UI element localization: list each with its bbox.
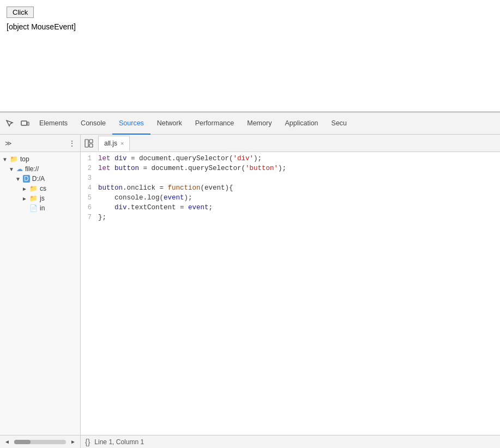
tab-console[interactable]: Console	[74, 113, 112, 135]
format-icon[interactable]: {}	[85, 438, 90, 446]
file-icon-in: 📄	[29, 204, 38, 212]
inspect-element-icon[interactable]	[2, 116, 17, 131]
code-line-5: 5 console.log(event);	[81, 193, 500, 203]
tab-application[interactable]: Application	[278, 113, 324, 135]
tree-label-file: file://	[25, 165, 39, 173]
tree-arrow: ▼	[2, 156, 10, 162]
devtools-main: ≫ ⋮ ▼ 📁 top ▼ ☁ file:// ▼	[0, 135, 500, 448]
tree-label-js: js	[40, 195, 45, 202]
sidebar-more-icon[interactable]: ⋮	[66, 137, 78, 149]
tree-item-top[interactable]: ▼ 📁 top	[0, 154, 80, 164]
devtools-topbar: Elements Console Sources Network Perform…	[0, 113, 500, 135]
mouse-event-output: [object MouseEvent]	[7, 22, 493, 31]
svg-rect-1	[27, 122, 29, 125]
svg-rect-0	[21, 121, 27, 125]
tree-label-cs: cs	[40, 185, 46, 192]
file-tree: ▼ 📁 top ▼ ☁ file:// ▼ D D:/A	[0, 152, 80, 435]
tab-elements[interactable]: Elements	[33, 113, 74, 135]
code-tabs: all.js ×	[81, 135, 500, 152]
tree-label-d: D:/A	[32, 175, 45, 183]
code-line-1: 1 let div = document.querySelector('div'…	[81, 154, 500, 164]
svg-rect-3	[89, 140, 93, 143]
scroll-left-icon[interactable]: ◄	[2, 437, 12, 447]
tree-arrow: ►	[22, 186, 29, 192]
code-area: all.js × 1 let div = document.querySelec…	[81, 135, 500, 448]
code-line-7: 7 };	[81, 213, 500, 223]
code-content: 1 let div = document.querySelector('div'…	[81, 152, 500, 435]
sidebar-bottom-bar: ◄ ►	[0, 435, 80, 448]
code-line-3: 3	[81, 174, 500, 184]
code-statusbar: {} Line 1, Column 1	[81, 435, 500, 448]
code-line-6: 6 div.textContent = event;	[81, 203, 500, 213]
file-tab-alljs[interactable]: all.js ×	[98, 136, 130, 151]
devtools-panel: Elements Console Sources Network Perform…	[0, 112, 500, 448]
tab-network[interactable]: Network	[150, 113, 189, 135]
tree-item-js[interactable]: ► 📁 js	[0, 193, 80, 203]
expand-all-icon[interactable]: ≫	[2, 137, 14, 149]
sources-sidebar: ≫ ⋮ ▼ 📁 top ▼ ☁ file:// ▼	[0, 135, 81, 448]
tree-item-d[interactable]: ▼ D D:/A	[0, 174, 80, 184]
cloud-icon: ☁	[16, 165, 23, 173]
file-tab-label: all.js	[104, 140, 117, 147]
svg-rect-4	[89, 144, 93, 147]
tab-sources[interactable]: Sources	[112, 113, 150, 135]
tab-security[interactable]: Secu	[325, 113, 354, 135]
scroll-right-icon[interactable]: ►	[68, 437, 78, 447]
close-tab-icon[interactable]: ×	[121, 140, 124, 147]
folder-icon-js: 📁	[29, 195, 38, 202]
click-button[interactable]: Click	[7, 7, 34, 18]
tree-arrow: ▼	[15, 176, 23, 182]
tab-performance[interactable]: Performance	[189, 113, 241, 135]
sidebar-topbar: ≫ ⋮	[0, 135, 80, 152]
tab-memory[interactable]: Memory	[240, 113, 278, 135]
layout-icon[interactable]	[83, 137, 95, 149]
code-line-4: 4 button.onclick = function(event){	[81, 184, 500, 193]
code-line-2: 2 let button = document.querySelector('b…	[81, 164, 500, 174]
tree-label-in: in	[40, 204, 45, 212]
tree-item-file[interactable]: ▼ ☁ file://	[0, 164, 80, 174]
cursor-position: Line 1, Column 1	[94, 438, 144, 446]
tree-folder-icon: 📁	[10, 155, 18, 163]
device-toolbar-icon[interactable]	[17, 116, 33, 131]
tree-arrow: ▼	[9, 166, 16, 172]
tree-item-cs[interactable]: ► 📁 cs	[0, 184, 80, 193]
svg-rect-2	[85, 140, 88, 147]
webpage-area: Click [object MouseEvent]	[0, 0, 500, 112]
folder-icon-cs: 📁	[29, 185, 38, 192]
tree-label-top: top	[20, 155, 29, 163]
tree-arrow: ►	[22, 196, 29, 202]
tree-item-in[interactable]: 📄 in	[0, 203, 80, 213]
folder-icon-d: D	[23, 175, 30, 183]
